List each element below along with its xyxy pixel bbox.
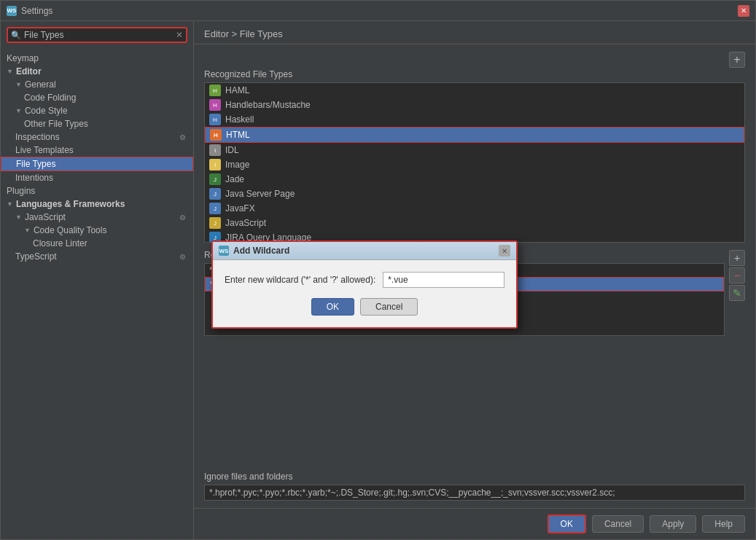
add-pattern-button[interactable]: + — [729, 250, 745, 266]
file-type-name: Handlebars/Mustache — [225, 100, 311, 110]
file-type-image[interactable]: I Image — [205, 157, 744, 172]
apply-button[interactable]: Apply — [650, 515, 696, 533]
sidebar-item-label: TypeScript — [15, 251, 57, 262]
file-type-name: Image — [225, 160, 249, 170]
config-icon: ⚙ — [177, 212, 187, 222]
modal-ok-button[interactable]: OK — [311, 298, 354, 316]
ok-button[interactable]: OK — [547, 514, 586, 533]
sidebar-item-label: Intentions — [15, 173, 53, 183]
add-file-type-button[interactable]: + — [729, 52, 745, 68]
search-input[interactable] — [24, 30, 176, 40]
help-button[interactable]: Help — [702, 515, 745, 533]
cancel-button[interactable]: Cancel — [592, 515, 644, 533]
sidebar-item-code-folding[interactable]: Code Folding — [1, 91, 193, 104]
hbs-icon: H — [209, 99, 221, 111]
sidebar-item-editor[interactable]: ▼ Editor — [1, 65, 193, 78]
file-types-list[interactable]: H HAML H Handlebars/Mustache H Haskell — [204, 82, 745, 243]
sidebar-item-general[interactable]: ▼ General — [1, 78, 193, 91]
pattern-buttons: + − ✎ — [729, 250, 745, 336]
modal-cancel-button[interactable]: Cancel — [360, 298, 418, 316]
js-icon: J — [209, 217, 221, 229]
ignore-section: Ignore files and folders — [204, 471, 745, 501]
jade-icon: J — [209, 173, 221, 185]
html-icon: H — [210, 129, 222, 141]
file-type-haml[interactable]: H HAML — [205, 83, 744, 98]
sidebar-item-live-templates[interactable]: Live Templates — [1, 144, 193, 157]
jsp-icon: J — [209, 188, 221, 200]
sidebar-item-code-style[interactable]: ▼ Code Style — [1, 104, 193, 117]
bottom-bar: OK Cancel Apply Help — [194, 508, 755, 539]
sidebar-item-inspections[interactable]: Inspections ⚙ — [1, 130, 193, 144]
file-type-jsp[interactable]: J Java Server Page — [205, 187, 744, 201]
sidebar-item-label: Closure Linter — [33, 238, 87, 249]
sidebar-item-typescript[interactable]: TypeScript ⚙ — [1, 250, 193, 263]
file-type-name: HAML — [225, 85, 249, 95]
add-wildcard-modal: WS Add Wildcard ✕ Enter new wildcard ('*… — [211, 240, 518, 329]
sidebar-item-label: Plugins — [7, 186, 35, 196]
sidebar-item-closure-linter[interactable]: Closure Linter — [1, 237, 193, 250]
sidebar-item-intentions[interactable]: Intentions — [1, 171, 193, 184]
file-type-javascript[interactable]: J JavaScript — [205, 216, 744, 230]
sidebar-item-file-types[interactable]: File Types — [1, 157, 193, 171]
title-bar: WS Settings ✕ — [1, 1, 755, 21]
modal-buttons: OK Cancel — [225, 298, 504, 316]
sidebar-item-javascript[interactable]: ▼ JavaScript ⚙ — [1, 211, 193, 224]
sidebar-item-label: Live Templates — [15, 145, 74, 155]
ignore-input[interactable] — [204, 485, 745, 501]
sidebar-item-label: Code Style — [25, 106, 68, 116]
sidebar-item-plugins[interactable]: Plugins — [1, 184, 193, 197]
file-type-name: JavaFX — [225, 203, 255, 214]
sidebar-item-languages-frameworks[interactable]: ▼ Languages & Frameworks — [1, 197, 193, 211]
file-type-name: JavaScript — [225, 218, 266, 228]
modal-app-icon: WS — [219, 246, 229, 256]
remove-pattern-button[interactable]: − — [729, 267, 745, 283]
window-title: Settings — [21, 6, 52, 16]
sidebar-item-label: Inspections — [15, 132, 60, 142]
modal-title: Add Wildcard — [233, 246, 289, 256]
sidebar-item-label: Code Folding — [24, 93, 76, 103]
image-icon: I — [209, 159, 221, 171]
file-type-javafx[interactable]: J JavaFX — [205, 201, 744, 216]
file-type-idl[interactable]: I IDL — [205, 143, 744, 157]
ignore-label: Ignore files and folders — [204, 471, 745, 482]
edit-pattern-button[interactable]: ✎ — [729, 285, 745, 301]
breadcrumb: Editor > File Types — [194, 21, 755, 44]
sidebar-item-label: General — [25, 79, 56, 90]
expand-icon: ▼ — [15, 214, 22, 221]
modal-close-button[interactable]: ✕ — [499, 245, 510, 257]
left-nav-panel: 🔍 ✕ Keymap ▼ Editor — [1, 21, 194, 539]
file-type-haskell[interactable]: H Haskell — [205, 112, 744, 127]
close-button[interactable]: ✕ — [738, 5, 749, 17]
recognized-section: + Recognized File Types H HAML H — [204, 52, 745, 243]
sidebar-item-label: Other File Types — [24, 119, 88, 129]
idl-icon: I — [209, 144, 221, 156]
file-type-name: Haskell — [225, 114, 254, 125]
sidebar-item-label: Keymap — [7, 53, 39, 63]
file-type-name: HTML — [226, 130, 250, 140]
modal-wildcard-input[interactable] — [383, 272, 504, 288]
file-type-name: Java Server Page — [225, 189, 295, 199]
file-type-jade[interactable]: J Jade — [205, 172, 744, 187]
search-container: 🔍 ✕ — [7, 27, 187, 43]
file-type-handlebars[interactable]: H Handlebars/Mustache — [205, 98, 744, 112]
search-icon: 🔍 — [11, 31, 21, 40]
sidebar-item-other-file-types[interactable]: Other File Types — [1, 117, 193, 130]
sidebar-item-label: Languages & Frameworks — [16, 199, 125, 209]
haml-icon: H — [209, 85, 221, 96]
hackell-icon: H — [209, 114, 221, 125]
modal-title-bar: WS Add Wildcard ✕ — [213, 242, 516, 260]
expand-icon: ▼ — [7, 68, 13, 75]
sidebar-item-code-quality-tools[interactable]: ▼ Code Quality Tools — [1, 224, 193, 237]
app-icon: WS — [7, 6, 17, 16]
expand-icon: ▼ — [7, 200, 13, 208]
javafx-icon: J — [209, 203, 221, 214]
search-clear-button[interactable]: ✕ — [176, 30, 183, 40]
sidebar-item-keymap[interactable]: Keymap — [1, 52, 193, 65]
nav-tree: Keymap ▼ Editor ▼ General Code Folding — [1, 49, 193, 539]
expand-icon: ▼ — [24, 227, 31, 234]
expand-icon: ▼ — [15, 107, 22, 114]
sidebar-item-label: File Types — [16, 159, 55, 169]
file-type-html[interactable]: H HTML — [205, 127, 744, 143]
file-type-name: Jade — [225, 174, 244, 184]
sidebar-item-label: Code Quality Tools — [34, 225, 107, 235]
